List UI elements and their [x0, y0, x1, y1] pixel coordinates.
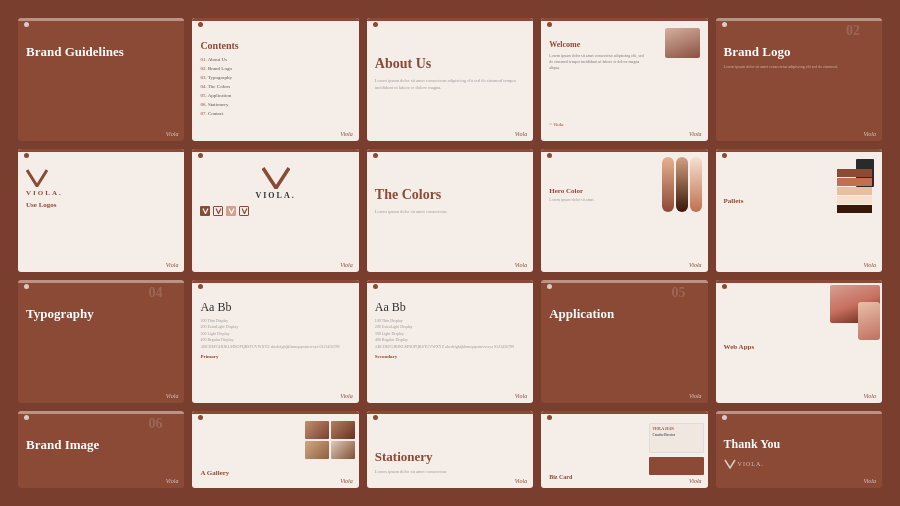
slide-top-bar [18, 280, 184, 283]
viola-name: VIOLA. [738, 461, 764, 467]
slide-16-title: Brand Image [26, 437, 176, 453]
slide-5-num: 02 [846, 23, 860, 39]
welcome-image [665, 28, 700, 58]
slide-8-desc: Lorem ipsum dolor sit amet consectetur. [375, 209, 525, 214]
hero-color-bars [662, 157, 702, 212]
slide-7[interactable]: VIOLA. Viola [192, 149, 358, 272]
slide-dot [198, 153, 203, 158]
gallery-cell-2 [331, 421, 355, 439]
logo-variant-3 [226, 206, 236, 216]
slide-top-bar [192, 411, 358, 414]
slide-dot [198, 22, 203, 27]
primary-type-desc: 100 Thin Display 200 ExtraLight Display … [200, 318, 350, 350]
slide-18-desc: Lorem ipsum dolor sit amet consectetur. [375, 469, 525, 474]
color-bar-2 [676, 157, 688, 212]
swatch-2 [837, 178, 872, 186]
slide-dot [198, 415, 203, 420]
slide-10[interactable]: Pallets Viola [716, 149, 882, 272]
slide-dot [547, 284, 552, 289]
slide-dot [547, 22, 552, 27]
gallery-cell-4 [331, 441, 355, 459]
slide-dot [547, 415, 552, 420]
slide-18[interactable]: Stationery Lorem ipsum dolor sit amet co… [367, 411, 533, 488]
slide-9[interactable]: Hero Color Lorem ipsum dolor sit amet. V… [541, 149, 707, 272]
slide-15[interactable]: Web Apps Viola [716, 280, 882, 403]
slide-1-title: Brand Guidelines [26, 44, 176, 61]
logo-variants [200, 206, 350, 216]
slide-4-desc: Lorem ipsum dolor sit amet consectetur a… [549, 53, 647, 71]
slide-14[interactable]: 05 Application Viola [541, 280, 707, 403]
slide-dot [722, 415, 727, 420]
slide-13-title: Secondary [375, 354, 525, 359]
slide-12-footer: Viola [340, 393, 353, 399]
primary-type-sample: Aa Bb [200, 300, 350, 315]
slide-6[interactable]: VIOLA. Use Logos Viola [18, 149, 184, 272]
slide-2[interactable]: Contents About Us Brand Logo Typography … [192, 18, 358, 141]
slide-dot [24, 22, 29, 27]
slide-12[interactable]: Aa Bb 100 Thin Display 200 ExtraLight Di… [192, 280, 358, 403]
slide-5-footer: Viola [863, 131, 876, 137]
slide-19-footer: Viola [689, 478, 702, 484]
slide-top-bar [716, 149, 882, 152]
slide-19[interactable]: VIOLA JEAN Creative Director Biz Card Vi… [541, 411, 707, 488]
slide-12-title: Primary [200, 354, 350, 359]
slide-top-bar [18, 411, 184, 414]
logomark-display: VIOLA. [200, 167, 350, 200]
slide-20-title: Thank You [724, 437, 874, 453]
slide-top-bar [716, 280, 882, 283]
swatch-1 [837, 169, 872, 177]
slide-dot [373, 415, 378, 420]
slide-8[interactable]: The Colors Lorem ipsum dolor sit amet co… [367, 149, 533, 272]
slide-6-title: Use Logos [26, 201, 176, 209]
slide-7-footer: Viola [340, 262, 353, 268]
biz-card-back [649, 457, 704, 475]
slide-dot [24, 153, 29, 158]
secondary-type-sample: Aa Bb [375, 300, 525, 315]
slide-3-footer: Viola [515, 131, 528, 137]
biz-card-front: VIOLA JEAN Creative Director [649, 423, 704, 453]
slide-dot [24, 284, 29, 289]
slide-top-bar [367, 411, 533, 414]
swatch-5 [837, 205, 872, 213]
slide-1-footer: Viola [166, 131, 179, 137]
slide-3-title: About Us [375, 56, 525, 72]
welcome-signature: ~ Viola [549, 122, 563, 127]
slide-dot [547, 153, 552, 158]
slide-1[interactable]: Brand Guidelines Viola [18, 18, 184, 141]
slide-top-bar [541, 411, 707, 414]
slide-11[interactable]: 04 Typography Viola [18, 280, 184, 403]
slide-2-list: About Us Brand Logo Typography The Color… [200, 55, 350, 118]
slide-14-num: 05 [672, 285, 686, 301]
slide-13[interactable]: Aa Bb 100 Thin Display 200 ExtraLight Di… [367, 280, 533, 403]
slide-dot [722, 153, 727, 158]
slide-17[interactable]: A Gallery Viola [192, 411, 358, 488]
swatch-4 [837, 196, 872, 204]
slide-16-footer: Viola [166, 478, 179, 484]
gallery-grid [305, 421, 355, 459]
slide-11-footer: Viola [166, 393, 179, 399]
slide-16[interactable]: 06 Brand Image Viola [18, 411, 184, 488]
slide-8-footer: Viola [515, 262, 528, 268]
slide-14-footer: Viola [689, 393, 702, 399]
slide-top-bar [192, 18, 358, 21]
web-apps-mockup [820, 285, 880, 340]
logo-variant-1 [200, 206, 210, 216]
slide-5[interactable]: 02 Brand Logo Lorem ipsum dolor sit amet… [716, 18, 882, 141]
slide-dot [198, 284, 203, 289]
viola-wordmark: VIOLA. [26, 189, 63, 197]
slide-6-footer: Viola [166, 262, 179, 268]
slide-4[interactable]: Welcome Lorem ipsum dolor sit amet conse… [541, 18, 707, 141]
slide-dot [373, 284, 378, 289]
slide-3[interactable]: About Us Lorem ipsum dolor sit amet cons… [367, 18, 533, 141]
slide-9-footer: Viola [689, 262, 702, 268]
slide-dot [373, 153, 378, 158]
slide-2-title: Contents [200, 40, 350, 51]
slide-13-footer: Viola [515, 393, 528, 399]
slide-top-bar [192, 149, 358, 152]
phone-mockup [858, 302, 880, 340]
slide-20[interactable]: Thank You VIOLA. Viola [716, 411, 882, 488]
slide-top-bar [18, 18, 184, 21]
slide-top-bar [367, 280, 533, 283]
slide-3-desc: Lorem ipsum dolor sit amet consectetur a… [375, 78, 525, 92]
color-bar-3 [690, 157, 702, 212]
